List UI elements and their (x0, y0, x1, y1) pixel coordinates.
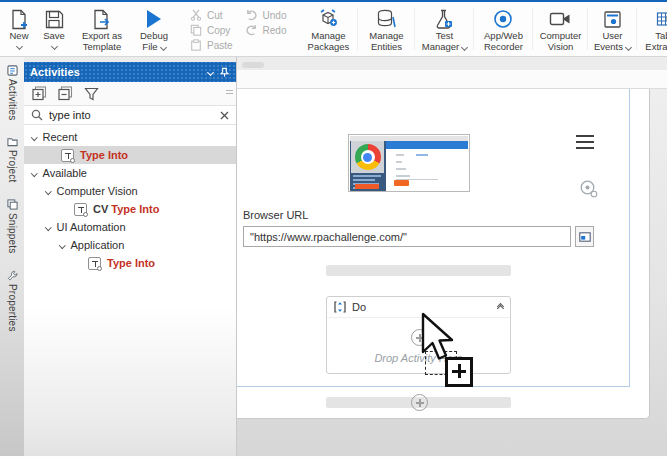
canvas-top-strip (237, 57, 667, 70)
expand-all-icon[interactable] (32, 86, 47, 101)
undo-button[interactable]: Undo (245, 9, 287, 21)
tab-snippets[interactable]: Snippets (7, 199, 18, 254)
layers-icon (7, 199, 18, 210)
tree-group-ui-automation[interactable]: UI Automation (24, 218, 236, 236)
tab-project[interactable]: Project (7, 136, 18, 183)
window-event-icon (603, 7, 622, 31)
save-icon (45, 7, 64, 31)
ribbon-toolbar: New Save Export as Template D (0, 2, 667, 57)
chevron-down-icon (160, 44, 167, 51)
chevron-down-icon (50, 43, 57, 50)
thumb-submit-button (394, 180, 409, 186)
activities-tree: Recent Type Into Available Computer Visi… (24, 125, 236, 456)
manage-packages-button[interactable]: Manage Packages (300, 2, 356, 56)
chevron-down-icon (59, 242, 65, 248)
computer-vision-button[interactable]: Computer Vision (534, 2, 586, 56)
tree-group-computer-vision[interactable]: Computer Vision (24, 182, 236, 200)
test-manager-button[interactable]: Test Manager (416, 2, 472, 56)
new-button[interactable]: New (2, 2, 36, 56)
tab-properties[interactable]: Properties (7, 270, 18, 332)
table-extraction-button[interactable]: Table Extraction (638, 2, 667, 56)
tree-item-type-into-recent[interactable]: Type Into (24, 146, 236, 164)
filter-icon[interactable] (84, 87, 99, 101)
tools-group: Manage Packages Manage Entities Test Man… (300, 2, 667, 56)
thumb-navbar (386, 141, 468, 149)
tree-group-recent[interactable]: Recent (24, 128, 236, 146)
browser-url-input[interactable] (243, 226, 571, 247)
tab-activities[interactable]: Activities (7, 65, 18, 120)
indicate-target-icon[interactable] (579, 179, 598, 198)
panel-title: Activities (30, 66, 202, 78)
activities-icon (7, 65, 18, 76)
app-web-recorder-button[interactable]: App/Web Recorder (475, 2, 531, 56)
drop-activity-hint: Drop Activity Here (327, 352, 510, 364)
copy-icon (190, 24, 202, 36)
flask-icon (434, 7, 454, 31)
package-icon (317, 7, 339, 31)
chevron-down-icon (45, 224, 51, 230)
user-events-button[interactable]: User Events (589, 2, 635, 56)
debug-file-button[interactable]: Debug File (132, 2, 176, 56)
url-browse-button[interactable] (575, 226, 594, 247)
paste-icon (190, 39, 202, 51)
chevron-down-icon[interactable] (207, 68, 214, 75)
collapse-all-icon[interactable] (58, 86, 73, 101)
copy-button[interactable]: Copy (190, 24, 233, 36)
file-actions-group: New Save Export as Template D (2, 2, 176, 56)
uipath-studio-window: New Save Export as Template D (0, 0, 667, 457)
cut-button[interactable]: Cut (190, 9, 233, 21)
redo-icon (245, 24, 258, 36)
designer-canvas: Browser URL Do Dro (236, 57, 667, 456)
do-header[interactable]: Do (327, 297, 510, 318)
window-picker-icon (579, 232, 591, 242)
clipboard-group: Cut Copy Paste Undo Redo (182, 2, 294, 56)
side-tab-strip: Activities Project Snippets Properties (0, 57, 24, 456)
tree-item-type-into-application[interactable]: Type Into (24, 254, 236, 272)
camera-icon (549, 7, 571, 31)
wrench-icon (7, 270, 18, 281)
thumb-orange-button (355, 184, 379, 189)
table-icon (656, 7, 667, 31)
collapse-chevron-icon[interactable] (498, 304, 503, 311)
manage-entities-button[interactable]: Manage Entities (359, 2, 413, 56)
chevron-down-icon (31, 170, 37, 176)
panel-grip[interactable] (226, 90, 233, 96)
chevron-down-icon (461, 44, 468, 51)
redo-button[interactable]: Redo (245, 24, 287, 36)
chevron-down-icon (31, 134, 37, 140)
undo-icon (245, 9, 258, 21)
cut-icon (190, 9, 202, 21)
export-as-template-button[interactable]: Export as Template (72, 2, 132, 56)
tree-item-cv-type-into[interactable]: CV Type Into (24, 200, 236, 218)
thumb-sidebar (350, 141, 386, 191)
search-input[interactable] (49, 109, 214, 121)
chevron-down-icon (625, 44, 632, 51)
activities-toolbar (24, 82, 236, 105)
activity-connector (326, 265, 511, 276)
scroll-nub (242, 62, 264, 68)
activities-search (24, 105, 236, 125)
activities-panel-header: Activities (24, 62, 236, 82)
chevron-down-icon (15, 43, 22, 50)
folder-icon (7, 136, 18, 147)
sequence-icon (334, 301, 346, 313)
clear-search-icon[interactable] (220, 111, 229, 120)
tree-group-available[interactable]: Available (24, 164, 236, 182)
browser-url-label: Browser URL (243, 209, 308, 221)
debug-play-icon (145, 7, 163, 31)
drag-copy-plus-icon (445, 357, 473, 387)
thumb-page (386, 141, 468, 191)
designer-header-band (237, 70, 667, 89)
pin-icon[interactable] (219, 67, 230, 78)
save-button[interactable]: Save (36, 2, 72, 56)
tree-group-application[interactable]: Application (24, 236, 236, 254)
do-container[interactable]: Do Drop Activity Here (326, 296, 511, 374)
hamburger-menu-icon[interactable] (574, 132, 596, 152)
activities-panel: Activities Recent (24, 57, 236, 456)
type-into-icon (88, 257, 101, 270)
new-document-icon (10, 7, 29, 31)
add-activity-button[interactable] (411, 394, 428, 411)
cv-type-into-icon (74, 203, 87, 216)
type-into-icon (61, 149, 74, 162)
paste-button[interactable]: Paste (190, 39, 233, 51)
